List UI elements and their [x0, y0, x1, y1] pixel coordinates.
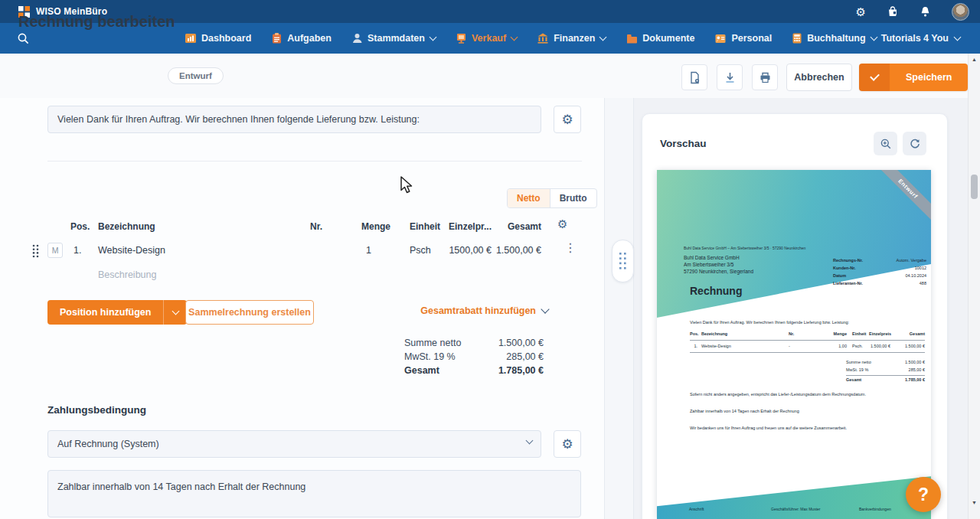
chevron-down-icon [541, 305, 549, 313]
total-discount-label[interactable]: Gesamtrabatt hinzufügen [420, 305, 536, 316]
payment-note-textarea[interactable]: Zahlbar innerhalb von 14 Tagen nach Erha… [47, 470, 581, 517]
meta-value: Autom. Vergabe [897, 256, 926, 264]
nav-label: Verkauf [472, 33, 506, 44]
description-placeholder[interactable]: Beschreibung [98, 269, 156, 280]
bank-icon [537, 33, 548, 44]
add-position-button[interactable]: Position hinzufügen [47, 300, 187, 325]
save-button[interactable]: Speichern [859, 64, 968, 91]
gear-icon: ⚙ [561, 113, 573, 126]
scrollbar-thumb[interactable] [971, 175, 978, 199]
row-einheit[interactable]: Psch [410, 245, 431, 256]
row-menge[interactable]: 1 [366, 245, 371, 256]
intro-text-input[interactable]: Vielen Dank für Ihren Auftrag. Wir berec… [47, 106, 541, 133]
payment-terms-heading: Zahlungsbedingung [47, 404, 146, 416]
preview-intro-line: Vielen Dank für Ihren Auftrag. Wir berec… [690, 320, 849, 325]
net-total-value: 1.500,00 € [459, 338, 544, 348]
app-window: WISO MeinBüro ⚙ [0, 0, 980, 519]
notifications-bell-icon[interactable] [920, 5, 931, 18]
scroll-up-arrow[interactable]: ▲ [969, 56, 980, 64]
collective-invoice-button[interactable]: Sammelrechnung erstellen [185, 300, 314, 325]
intro-text-settings-button[interactable]: ⚙ [554, 106, 581, 133]
meta-value: 488 [920, 279, 926, 287]
id-card-icon [715, 34, 726, 44]
recipient-line: 57290 Neunkirchen, Siegerland [684, 268, 753, 275]
meta-value: 10012 [915, 264, 926, 272]
dashboard-icon [185, 33, 196, 44]
add-position-dropdown[interactable] [164, 300, 187, 325]
download-button[interactable] [717, 64, 743, 90]
person-icon [352, 33, 362, 44]
payment-terms-settings-button[interactable]: ⚙ [554, 430, 581, 458]
meta-row: Datum 04.10.2024 [833, 272, 926, 279]
status-badge: Entwurf [168, 67, 224, 84]
row-einzelpreis[interactable]: 1500,00 € [436, 245, 492, 256]
table-settings-button[interactable]: ⚙ [557, 217, 567, 231]
mouse-cursor [400, 176, 416, 197]
add-position-label[interactable]: Position hinzufügen [47, 300, 164, 325]
chevron-down-icon [870, 33, 877, 41]
preview-zoom-button[interactable] [874, 132, 897, 155]
position-type-badge[interactable]: M [47, 243, 63, 258]
nav-label: Stammdaten [368, 33, 425, 44]
preview-doc-title: Rechnung [690, 285, 742, 297]
scroll-down-arrow[interactable]: ▼ [969, 499, 980, 507]
nav-item-dokumente[interactable]: Dokumente [626, 33, 694, 44]
vertical-scrollbar[interactable]: ▲ ▼ [968, 54, 980, 519]
chevron-down-icon [511, 33, 518, 41]
meta-row: Kunden-Nr. 10012 [833, 264, 926, 272]
panel-splitter[interactable] [605, 98, 634, 519]
export-preview-button[interactable] [681, 64, 707, 90]
save-check-icon[interactable] [859, 64, 890, 91]
folder-icon [626, 34, 637, 44]
chevron-down-icon [430, 33, 437, 41]
nav-item-personal[interactable]: Personal [715, 33, 772, 44]
nav-item-finanzen[interactable]: Finanzen [537, 33, 606, 44]
vat-value: 285,00 € [459, 351, 544, 362]
draft-ribbon: Entwurf [871, 170, 931, 227]
row-bezeichnung[interactable]: Website-Design [98, 245, 165, 256]
print-button[interactable] [752, 64, 778, 90]
nav-label: Dashboard [201, 33, 251, 44]
col-header-bezeichnung: Bezeichnung [98, 221, 155, 232]
gear-icon: ⚙ [561, 438, 573, 451]
row-menu-button[interactable]: ⋮ [564, 242, 577, 254]
net-total-label: Summe netto [404, 338, 461, 348]
payment-terms-select[interactable]: Auf Rechnung (System) [47, 430, 541, 458]
meta-label: Datum [833, 272, 846, 279]
brutto-toggle[interactable]: Brutto [550, 189, 596, 207]
footer-col-ceo: Geschäftsführer: Max Muster [771, 507, 820, 511]
shop-bag-icon[interactable] [887, 5, 899, 18]
row-drag-handle[interactable] [32, 244, 39, 261]
meta-label: Lieferanten-Nr. [833, 279, 863, 287]
invoice-preview-document[interactable]: Entwurf Buhl Data Service GmbH – Am Sieb… [657, 170, 931, 519]
nav-item-stammdaten[interactable]: Stammdaten [352, 33, 436, 44]
nav-item-aufgaben[interactable]: Aufgaben [272, 33, 332, 44]
netto-toggle[interactable]: Netto [508, 189, 550, 207]
meta-label: Rechnungs-Nr. [833, 256, 863, 264]
nav-item-dashboard[interactable]: Dashboard [185, 33, 251, 44]
preview-refresh-button[interactable] [903, 132, 926, 155]
settings-gear-icon[interactable]: ⚙ [856, 6, 866, 18]
nav-item-buchhaltung[interactable]: Buchhaltung [792, 33, 876, 44]
save-label[interactable]: Speichern [890, 64, 968, 91]
vat-label: MwSt. 19 % [404, 351, 456, 362]
nav-item-verkauf[interactable]: Verkauf [456, 33, 517, 44]
search-icon [17, 32, 30, 45]
row-pos: 1. [74, 245, 81, 256]
refresh-icon [909, 138, 921, 150]
footer-col-bank: Bankverbindungen [859, 507, 891, 511]
preview-footer-graphic [657, 473, 931, 519]
price-mode-toggle: Netto Brutto [507, 188, 597, 208]
preview-paragraph: Sofern nicht anders angegeben, entsprich… [690, 392, 920, 397]
account-menu[interactable]: Tutorials 4 You [881, 23, 960, 54]
cancel-button[interactable]: Abbrechen [786, 64, 852, 91]
user-avatar[interactable] [952, 3, 969, 21]
printer-icon [759, 71, 772, 84]
splitter-drag-handle[interactable] [612, 240, 634, 282]
total-discount-link[interactable]: Gesamtrabatt hinzufügen [398, 305, 548, 316]
nav-label: Personal [731, 33, 772, 44]
drag-dots-icon [32, 244, 39, 258]
nav-label: Finanzen [554, 33, 595, 44]
recipient-line: Buhl Data Service GmbH [684, 254, 753, 261]
help-button[interactable]: ? [906, 477, 941, 512]
